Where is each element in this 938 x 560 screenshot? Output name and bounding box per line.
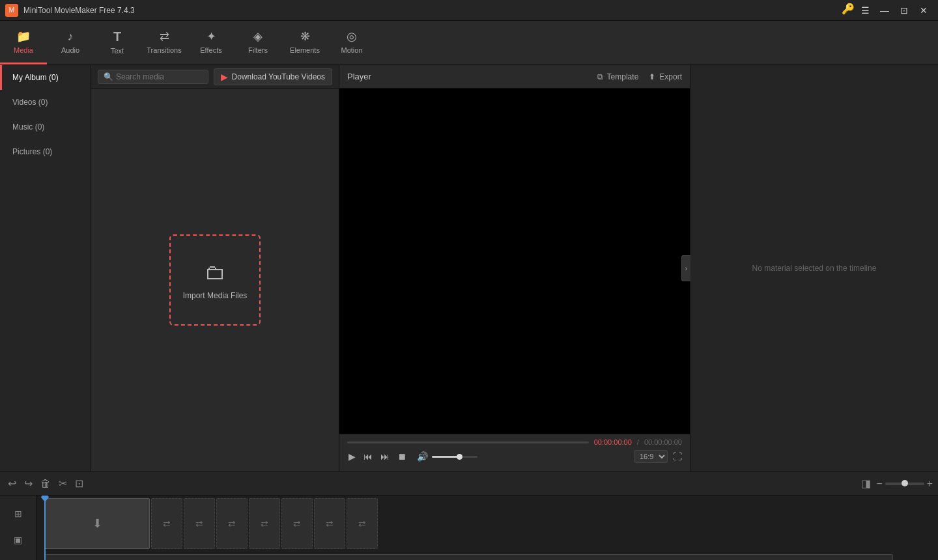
collapse-panel-button[interactable]: › [681, 255, 690, 281]
undo-button[interactable]: ↩ [5, 475, 19, 492]
cut-button[interactable]: ✂ [56, 475, 70, 492]
maximize-button[interactable]: ⊡ [895, 3, 913, 18]
audio-track-bar[interactable] [44, 554, 893, 560]
transition-icon-7: ⇄ [358, 518, 366, 529]
timeline-toolbar-right: ◨ − + [859, 475, 933, 492]
left-nav-panel: My Album (0) Videos (0) Music (0) Pictur… [0, 65, 91, 471]
sidebar-item-myalbum[interactable]: My Album (0) [0, 65, 91, 90]
aspect-ratio-select[interactable]: 16:9 9:16 1:1 4:3 [634, 450, 668, 463]
transition-icon-3: ⇄ [228, 518, 236, 529]
volume-icon[interactable]: 🔊 [416, 450, 429, 463]
toolbar-item-audio[interactable]: ♪ Audio [47, 21, 94, 64]
toolbar-label-elements: Elements [290, 46, 320, 54]
titlebar: M MiniTool MovieMaker Free 7.4.3 🔑 ☰ — ⊡… [0, 0, 938, 21]
timeline-area: ↩ ↪ 🗑 ✂ ⊡ ◨ − + ⊞ ▣ ♫ [0, 471, 938, 560]
menu-button[interactable]: ☰ [856, 3, 874, 18]
zoom-slider[interactable] [885, 483, 924, 485]
toolbar-item-media[interactable]: 📁 Media [0, 21, 47, 64]
toolbar-item-transitions[interactable]: ⇄ Transitions [141, 21, 188, 64]
toolbar-item-motion[interactable]: ◎ Motion [328, 21, 375, 64]
add-track-button[interactable]: ⊞ [14, 501, 22, 527]
next-frame-button[interactable]: ⏭ [379, 450, 391, 463]
fullscreen-button[interactable]: ⛶ [673, 451, 682, 462]
motion-icon: ◎ [347, 29, 357, 44]
video-clip-main[interactable]: ⬇ [44, 498, 150, 549]
properties-panel: › No material selected on the timeline [690, 65, 938, 471]
download-youtube-button[interactable]: ▶ Download YouTube Videos [214, 68, 332, 85]
timeline-toolbar-left: ↩ ↪ 🗑 ✂ ⊡ [5, 475, 86, 492]
volume-area: 🔊 [416, 450, 477, 463]
transition-clip-3[interactable]: ⇄ [216, 498, 248, 549]
toolbar: 📁 Media ♪ Audio T Text ⇄ Transitions ✦ E… [0, 21, 938, 65]
close-button[interactable]: ✕ [915, 3, 933, 18]
transition-clip-4[interactable]: ⇄ [249, 498, 280, 549]
minimize-button[interactable]: — [875, 3, 894, 18]
audio-icon: ♪ [68, 30, 74, 44]
template-icon: ⧉ [597, 72, 603, 81]
volume-thumb [457, 454, 462, 460]
transition-clip-7[interactable]: ⇄ [347, 498, 378, 549]
transition-clip-1[interactable]: ⇄ [151, 498, 182, 549]
timeline-tracks-area: ⬇ ⇄ ⇄ ⇄ ⇄ ⇄ ⇄ [36, 496, 938, 560]
titlebar-controls: 🔑 ☰ — ⊡ ✕ [842, 3, 933, 18]
volume-bar[interactable] [432, 456, 477, 458]
zoom-in-button[interactable]: + [927, 478, 933, 490]
youtube-icon: ▶ [221, 72, 228, 82]
titlebar-left: M MiniTool MovieMaker Free 7.4.3 [5, 4, 135, 17]
stop-button[interactable]: ⏹ [396, 450, 408, 463]
player-title: Player [347, 72, 371, 81]
time-current: 00:00:00:00 [594, 438, 632, 446]
transition-clip-6[interactable]: ⇄ [314, 498, 345, 549]
transition-icon-1: ⇄ [163, 518, 171, 529]
toolbar-item-elements[interactable]: ❋ Elements [281, 21, 328, 64]
crop-button[interactable]: ⊡ [72, 475, 86, 492]
elements-icon: ❋ [300, 29, 310, 44]
toolbar-item-effects[interactable]: ✦ Effects [188, 21, 234, 64]
media-icon: 📁 [16, 29, 31, 44]
timeline-track-icons: ⊞ ▣ ♫ [0, 496, 36, 560]
import-media-box[interactable]: 🗀 Import Media Files [169, 234, 261, 326]
video-track-icon: ▣ [14, 527, 22, 553]
player-header-right: ⧉ Template ⬆ Export [597, 72, 682, 81]
effects-icon: ✦ [206, 29, 216, 44]
volume-fill [432, 456, 459, 458]
search-input-wrap[interactable]: 🔍 [98, 70, 208, 84]
prev-frame-button[interactable]: ⏮ [362, 450, 374, 463]
toolbar-label-transitions: Transitions [147, 46, 181, 54]
audio-track [36, 554, 938, 560]
control-buttons: ▶ ⏮ ⏭ ⏹ 🔊 16:9 9:16 1:1 4:3 ⛶ [347, 450, 682, 463]
play-button[interactable]: ▶ [347, 450, 357, 463]
time-total: 00:00:00:00 [644, 438, 682, 446]
redo-button[interactable]: ↪ [21, 475, 35, 492]
search-input[interactable] [116, 72, 203, 81]
toolbar-item-text[interactable]: T Text [94, 21, 141, 64]
export-button[interactable]: ⬆ Export [649, 72, 682, 81]
split-left-button[interactable]: ◨ [859, 475, 874, 492]
toolbar-label-effects: Effects [200, 46, 221, 54]
export-icon: ⬆ [649, 72, 655, 81]
player-controls: 00:00:00:00 / 00:00:00:00 ▶ ⏮ ⏭ ⏹ 🔊 16:9 [339, 434, 690, 471]
toolbar-item-filters[interactable]: ◈ Filters [234, 21, 281, 64]
template-button[interactable]: ⧉ Template [597, 72, 639, 81]
transition-clip-2[interactable]: ⇄ [184, 498, 215, 549]
transition-clip-5[interactable]: ⇄ [281, 498, 313, 549]
delete-button[interactable]: 🗑 [38, 475, 53, 492]
zoom-thumb [902, 480, 908, 486]
chevron-right-icon: › [685, 265, 687, 272]
zoom-out-button[interactable]: − [876, 478, 882, 490]
toolbar-label-audio: Audio [61, 46, 79, 54]
sidebar-item-music[interactable]: Music (0) [0, 115, 91, 139]
seek-bar-wrap: 00:00:00:00 / 00:00:00:00 [347, 438, 682, 446]
text-icon: T [113, 29, 121, 44]
transition-icon-4: ⇄ [261, 518, 268, 529]
media-toolbar: 🔍 ▶ Download YouTube Videos [91, 65, 339, 89]
seek-bar[interactable] [347, 441, 589, 443]
sidebar-item-videos[interactable]: Videos (0) [0, 90, 91, 115]
download-label: Download YouTube Videos [232, 72, 325, 81]
sidebar-item-pictures[interactable]: Pictures (0) [0, 139, 91, 164]
download-clip-icon: ⬇ [92, 516, 102, 531]
main-content: My Album (0) Videos (0) Music (0) Pictur… [0, 65, 938, 471]
template-label: Template [607, 72, 639, 81]
video-preview-area [339, 89, 690, 434]
transition-icon-5: ⇄ [293, 518, 301, 529]
